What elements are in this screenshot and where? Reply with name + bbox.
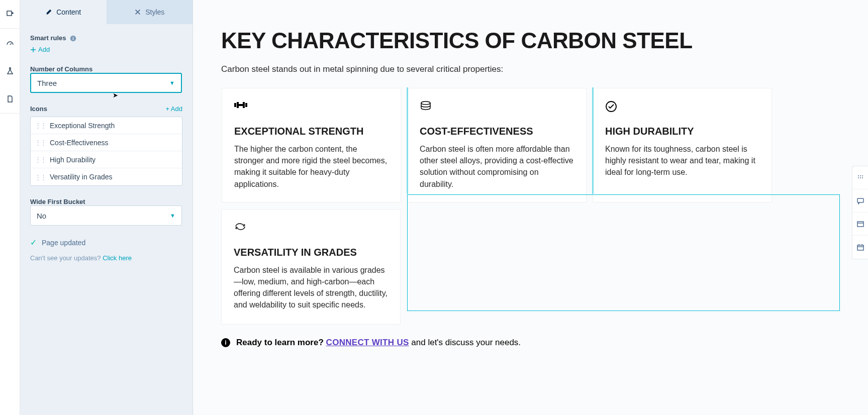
list-item[interactable]: ⋮⋮Cost-Effectiveness xyxy=(31,134,182,151)
status-text: Page updated xyxy=(42,239,85,247)
wide-first-label: Wide First Bucket xyxy=(30,198,182,205)
svg-rect-8 xyxy=(245,103,247,107)
check-icon: ✓ xyxy=(30,238,37,247)
status-row: ✓ Page updated xyxy=(30,238,182,247)
hint-link[interactable]: Click here xyxy=(103,254,132,262)
svg-point-13 xyxy=(862,175,863,176)
svg-rect-7 xyxy=(243,102,245,108)
card-body: Carbon steel is often more affordable th… xyxy=(420,143,574,190)
card[interactable]: EXCEPTIONAL STRENGTH The higher the carb… xyxy=(222,88,401,202)
svg-point-14 xyxy=(858,177,859,178)
svg-rect-4 xyxy=(234,103,236,107)
right-rail xyxy=(852,166,868,259)
columns-value: Three xyxy=(37,79,57,87)
sidebar-tabs: Content Styles xyxy=(20,0,192,24)
svg-rect-3 xyxy=(73,37,74,38)
svg-rect-5 xyxy=(237,102,239,108)
hint-text: Can't see your updates? Click here xyxy=(30,254,182,262)
svg-rect-0 xyxy=(7,11,12,16)
footer-link[interactable]: CONNECT WITH US xyxy=(326,338,409,347)
tab-content-label: Content xyxy=(56,8,81,16)
drag-handle-icon[interactable]: ⋮⋮ xyxy=(35,139,46,146)
rail-window-icon[interactable] xyxy=(852,213,868,236)
icons-label: Icons xyxy=(30,105,47,113)
tab-styles[interactable]: Styles xyxy=(107,0,193,24)
svg-point-9 xyxy=(421,101,430,105)
svg-rect-2 xyxy=(73,38,74,40)
card-title: VERSATILITY IN GRADES xyxy=(234,247,388,258)
svg-point-16 xyxy=(862,177,863,178)
tab-styles-label: Styles xyxy=(145,8,164,16)
list-item[interactable]: ⋮⋮High Durability xyxy=(31,151,182,168)
footer-cta: i Ready to learn more? CONNECT WITH US a… xyxy=(221,338,840,348)
rail-flask-icon[interactable] xyxy=(0,57,20,85)
columns-select[interactable]: Three ▼ xyxy=(30,73,182,93)
icons-list: ⋮⋮Exceptional Strength ⋮⋮Cost-Effectiven… xyxy=(30,117,182,186)
list-item[interactable]: ⋮⋮Exceptional Strength xyxy=(31,117,182,134)
icons-add[interactable]: + Add xyxy=(165,105,182,113)
svg-rect-6 xyxy=(239,104,243,106)
rail-calendar-icon[interactable] xyxy=(852,236,868,259)
list-item[interactable]: ⋮⋮Versatility in Grades xyxy=(31,168,182,185)
svg-rect-19 xyxy=(857,245,863,250)
page-heading: KEY CHARACTERISTICS OF CARBON STEEL xyxy=(221,28,840,53)
card-body: The higher the carbon content, the stron… xyxy=(234,143,389,190)
svg-point-11 xyxy=(858,175,859,176)
card-body: Known for its toughness, carbon steel is… xyxy=(605,143,759,178)
page-lead: Carbon steel stands out in metal spinnin… xyxy=(221,64,840,74)
drag-handle-icon[interactable]: ⋮⋮ xyxy=(35,122,46,129)
wide-first-value: No xyxy=(37,212,46,220)
smart-rules-add[interactable]: Add xyxy=(30,46,182,53)
card-title: HIGH DURABILITY xyxy=(605,126,759,137)
footer-bold: Ready to learn more? xyxy=(236,338,324,347)
drag-handle-icon[interactable]: ⋮⋮ xyxy=(35,156,46,163)
svg-rect-18 xyxy=(857,222,863,227)
card[interactable]: COST-EFFECTIVENESS Carbon steel is often… xyxy=(407,88,587,202)
card[interactable]: VERSATILITY IN GRADES Carbon steel is av… xyxy=(221,209,401,325)
cycle-icon xyxy=(234,222,388,238)
dumbbell-icon xyxy=(234,100,389,117)
info-icon: i xyxy=(221,338,230,347)
svg-point-12 xyxy=(860,175,861,176)
left-rail xyxy=(0,0,20,415)
coins-icon xyxy=(420,100,574,117)
check-circle-icon xyxy=(605,100,759,117)
chevron-down-icon: ▼ xyxy=(170,213,175,219)
svg-rect-17 xyxy=(857,198,863,202)
svg-point-15 xyxy=(860,177,861,178)
info-icon xyxy=(70,35,76,42)
rail-gauge-icon[interactable] xyxy=(0,29,20,57)
columns-label: Number of Columns xyxy=(30,65,182,73)
cards-grid[interactable]: EXCEPTIONAL STRENGTH The higher the carb… xyxy=(221,87,840,325)
rail-chat-icon[interactable] xyxy=(852,189,868,213)
rail-file-icon[interactable] xyxy=(0,85,20,113)
smart-rules-label: Smart rules xyxy=(30,34,182,42)
chevron-down-icon: ▼ xyxy=(169,80,175,86)
editor-sidebar: Content Styles Smart rules Add Number of… xyxy=(20,0,193,415)
drag-handle-icon[interactable]: ⋮⋮ xyxy=(35,173,46,181)
card[interactable]: HIGH DURABILITY Known for its toughness,… xyxy=(593,88,772,202)
footer-rest: and let's discuss your needs. xyxy=(409,338,521,347)
tab-content[interactable]: Content xyxy=(20,0,107,24)
card-title: EXCEPTIONAL STRENGTH xyxy=(234,126,389,137)
rail-add-icon[interactable] xyxy=(0,0,20,28)
rail-grid-icon[interactable] xyxy=(852,166,868,189)
wide-first-select[interactable]: No ▼ xyxy=(30,205,182,226)
card-title: COST-EFFECTIVENESS xyxy=(420,126,574,137)
card-body: Carbon steel is available in various gra… xyxy=(234,264,388,311)
preview-canvas: KEY CHARACTERISTICS OF CARBON STEEL Carb… xyxy=(193,0,868,415)
